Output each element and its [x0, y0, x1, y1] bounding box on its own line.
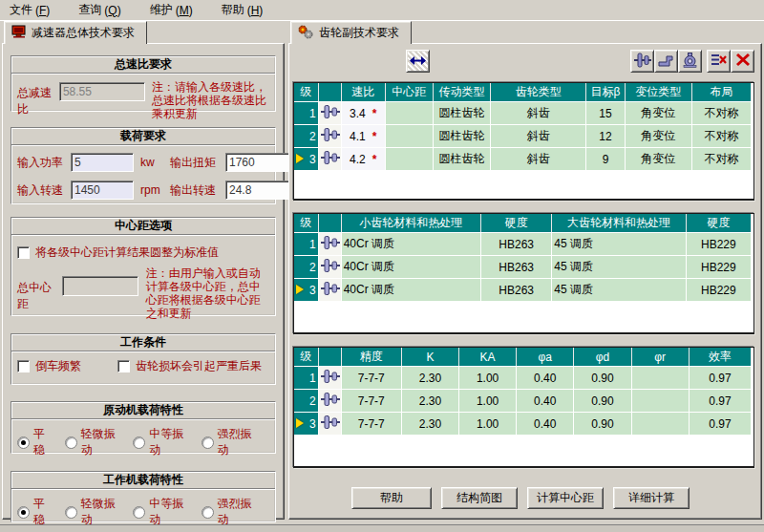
table-row[interactable]: 1 40Cr 调质 HB263 45 调质 HB229 [294, 233, 752, 256]
k-cell[interactable]: 2.30 [401, 367, 458, 390]
gear-type-cell[interactable]: 斜齿 [491, 148, 586, 171]
gear-type-cell[interactable]: 斜齿 [491, 125, 586, 148]
work-option-strong-vibration[interactable]: 强烈振动 [202, 496, 257, 528]
wheel-material-cell[interactable]: 45 调质 [552, 279, 686, 302]
table-row-current[interactable]: 3 4.2* 圆柱齿轮 斜齿 9 角变位 不对称 [294, 148, 752, 171]
resize-width-button[interactable] [406, 50, 430, 73]
shift-type-cell[interactable]: 角变位 [625, 125, 691, 148]
table-row[interactable]: 1 3.4* 圆柱齿轮 斜齿 15 角变位 不对称 [294, 102, 752, 125]
phi-a-cell[interactable]: 0.40 [517, 367, 574, 390]
shift-type-cell[interactable]: 角变位 [625, 148, 691, 171]
output-speed-field[interactable] [225, 181, 294, 200]
delete-all-button[interactable] [731, 50, 754, 73]
prime-option-steady[interactable]: 平稳 [17, 426, 53, 458]
pinion-material-cell[interactable]: 40Cr 调质 [341, 233, 480, 256]
target-beta-cell[interactable]: 15 [586, 102, 625, 125]
wheel-hardness-cell[interactable]: HB229 [686, 233, 751, 256]
target-beta-cell[interactable]: 12 [586, 125, 625, 148]
menu-item-maintain[interactable]: 维护M [148, 1, 195, 19]
prime-option-light-vibration[interactable]: 轻微振动 [65, 426, 120, 458]
precision-table[interactable]: 级 精度 K KA φa φd φr 效率 1 7-7-7 2.30 1.00 [293, 347, 754, 468]
delete-row-button[interactable] [707, 50, 731, 73]
work-option-medium-vibration[interactable]: 中等振动 [133, 496, 188, 528]
pinion-hardness-cell[interactable]: HB263 [481, 256, 552, 279]
input-speed-field[interactable] [71, 181, 134, 200]
precision-cell[interactable]: 7-7-7 [341, 390, 401, 413]
efficiency-cell[interactable]: 0.97 [689, 367, 751, 390]
center-distance-cell[interactable] [385, 125, 433, 148]
table-row[interactable]: 2 40Cr 调质 HB263 45 调质 HB229 [294, 256, 752, 279]
table-row-current[interactable]: 3 40Cr 调质 HB263 45 调质 HB229 [294, 279, 752, 302]
calc-center-distance-button[interactable]: 计算中心距 [527, 487, 604, 509]
ka-cell[interactable]: 1.00 [459, 413, 517, 436]
center-distance-cell[interactable] [385, 102, 433, 125]
ratio-cell[interactable]: 3.4* [341, 102, 385, 125]
phi-r-cell[interactable] [631, 367, 689, 390]
reverse-frequent-checkbox[interactable]: 倒车频繁 [17, 358, 81, 374]
table-row[interactable]: 1 7-7-7 2.30 1.00 0.40 0.90 0.97 [294, 367, 752, 390]
pinion-material-cell[interactable]: 40Cr 调质 [341, 279, 480, 302]
transmission-type-cell[interactable]: 圆柱齿轮 [433, 148, 490, 171]
phi-a-cell[interactable]: 0.40 [517, 390, 574, 413]
phi-r-cell[interactable] [631, 413, 689, 436]
wheel-material-cell[interactable]: 45 调质 [552, 256, 686, 279]
center-distance-cell[interactable] [385, 148, 433, 171]
layout-cell[interactable]: 不对称 [691, 148, 751, 171]
work-option-light-vibration[interactable]: 轻微振动 [65, 496, 120, 528]
ka-cell[interactable]: 1.00 [459, 390, 517, 413]
table-row[interactable]: 2 7-7-7 2.30 1.00 0.40 0.90 0.97 [294, 390, 752, 413]
pinion-hardness-cell[interactable]: HB263 [481, 233, 552, 256]
menu-item-query[interactable]: 查询Q [76, 1, 122, 19]
help-button[interactable]: 帮助 [351, 487, 432, 509]
gear-type-cell[interactable]: 斜齿 [491, 102, 586, 125]
pinion-hardness-cell[interactable]: HB263 [481, 279, 552, 302]
phi-a-cell[interactable]: 0.40 [517, 413, 574, 436]
k-cell[interactable]: 2.30 [401, 390, 458, 413]
table-row[interactable]: 2 4.1* 圆柱齿轮 斜齿 12 角变位 不对称 [294, 125, 752, 148]
prime-option-medium-vibration[interactable]: 中等振动 [133, 426, 188, 458]
material-table[interactable]: 级 小齿轮材料和热处理 硬度 大齿轮材料和热处理 硬度 1 40Cr 调质 HB… [293, 213, 754, 334]
phi-d-cell[interactable]: 0.90 [574, 413, 631, 436]
ratio-cell[interactable]: 4.2* [341, 148, 385, 171]
table-row-current[interactable]: 3 7-7-7 2.30 1.00 0.40 0.90 0.97 [294, 413, 752, 436]
wheel-hardness-cell[interactable]: HB229 [686, 279, 751, 302]
k-cell[interactable]: 2.30 [401, 413, 458, 436]
layout-cell[interactable]: 不对称 [691, 102, 751, 125]
wheel-hardness-cell[interactable]: HB229 [686, 256, 751, 279]
prime-option-strong-vibration[interactable]: 强烈振动 [202, 426, 257, 458]
structure-diagram-button[interactable]: 结构简图 [441, 487, 518, 509]
gear-shaft-button[interactable] [630, 50, 654, 73]
precision-cell[interactable]: 7-7-7 [341, 367, 401, 390]
phi-r-cell[interactable] [631, 390, 689, 413]
ratio-cell[interactable]: 4.1* [341, 125, 385, 148]
efficiency-cell[interactable]: 0.97 [689, 413, 751, 436]
menu-item-help[interactable]: 帮助H [220, 1, 265, 19]
precision-cell[interactable]: 7-7-7 [341, 413, 401, 436]
transmission-type-cell[interactable]: 圆柱齿轮 [433, 125, 490, 148]
total-center-distance-input[interactable] [62, 276, 138, 296]
menu-item-file[interactable]: 文件F [8, 1, 52, 19]
worm-elbow-button[interactable] [654, 50, 678, 73]
group-title: 总速比要求 [11, 56, 275, 74]
tab-reducer-overall[interactable]: 减速器总体技术要求 [4, 21, 147, 44]
input-power-field[interactable] [71, 153, 134, 172]
detailed-calc-button[interactable]: 详细计算 [613, 487, 690, 509]
gear-damage-severe-checkbox[interactable]: 齿轮损坏会引起严重后果 [117, 358, 262, 374]
efficiency-cell[interactable]: 0.97 [689, 390, 751, 413]
phi-d-cell[interactable]: 0.90 [574, 390, 631, 413]
ka-cell[interactable]: 1.00 [459, 367, 517, 390]
work-option-steady[interactable]: 平稳 [17, 496, 53, 528]
transmission-type-cell[interactable]: 圆柱齿轮 [433, 102, 490, 125]
layout-cell[interactable]: 不对称 [691, 125, 751, 148]
round-to-standard-checkbox[interactable]: 将各级中心距计算结果圆整为标准值 [17, 245, 269, 261]
wheel-material-cell[interactable]: 45 调质 [552, 233, 686, 256]
target-beta-cell[interactable]: 9 [586, 148, 625, 171]
pinion-material-cell[interactable]: 40Cr 调质 [341, 256, 480, 279]
output-torque-field[interactable] [225, 153, 294, 172]
tab-gear-pair[interactable]: 齿轮副技术要求 [290, 21, 412, 44]
phi-d-cell[interactable]: 0.90 [574, 367, 631, 390]
total-ratio-input[interactable] [59, 82, 145, 101]
gear-stage-table[interactable]: 级 速比 中心距 传动类型 齿轮类型 目标β 变位类型 布局 1 3.4* 圆柱… [293, 82, 754, 201]
shift-type-cell[interactable]: 角变位 [625, 102, 691, 125]
bevel-gear-button[interactable] [678, 50, 702, 73]
